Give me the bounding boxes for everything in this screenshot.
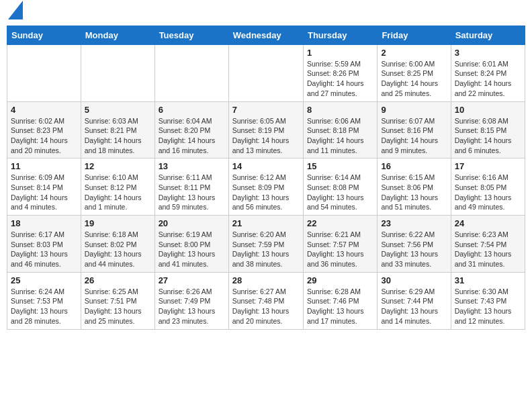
day-number: 7 <box>232 105 300 115</box>
day-number: 22 <box>307 218 373 228</box>
calendar-cell: 16Sunrise: 6:15 AMSunset: 8:06 PMDayligh… <box>378 158 451 216</box>
day-info: Sunrise: 6:12 AMSunset: 8:09 PMDaylight:… <box>232 173 300 212</box>
day-number: 11 <box>11 161 77 171</box>
calendar-cell <box>228 44 303 101</box>
day-number: 17 <box>455 161 521 171</box>
calendar-cell: 7Sunrise: 6:05 AMSunset: 8:19 PMDaylight… <box>228 101 303 158</box>
calendar-cell: 8Sunrise: 6:06 AMSunset: 8:18 PMDaylight… <box>303 101 377 158</box>
calendar-cell: 31Sunrise: 6:30 AMSunset: 7:43 PMDayligh… <box>451 272 525 329</box>
day-info: Sunrise: 6:26 AMSunset: 7:49 PMDaylight:… <box>159 287 225 326</box>
day-info: Sunrise: 6:10 AMSunset: 8:12 PMDaylight:… <box>85 173 151 212</box>
day-number: 30 <box>381 275 447 285</box>
calendar-cell: 1Sunrise: 5:59 AMSunset: 8:26 PMDaylight… <box>303 44 377 101</box>
day-info: Sunrise: 6:22 AMSunset: 7:56 PMDaylight:… <box>381 230 447 269</box>
calendar-week-2: 4Sunrise: 6:02 AMSunset: 8:23 PMDaylight… <box>7 101 525 158</box>
day-number: 10 <box>455 105 521 115</box>
calendar-cell: 30Sunrise: 6:29 AMSunset: 7:44 PMDayligh… <box>378 272 451 329</box>
day-info: Sunrise: 6:06 AMSunset: 8:18 PMDaylight:… <box>307 116 373 156</box>
day-number: 14 <box>232 161 300 171</box>
day-info: Sunrise: 6:09 AMSunset: 8:14 PMDaylight:… <box>11 173 77 212</box>
day-number: 6 <box>159 105 225 115</box>
calendar-cell: 21Sunrise: 6:20 AMSunset: 7:59 PMDayligh… <box>228 216 303 273</box>
calendar-week-5: 25Sunrise: 6:24 AMSunset: 7:53 PMDayligh… <box>7 272 525 329</box>
calendar-cell: 19Sunrise: 6:18 AMSunset: 8:02 PMDayligh… <box>81 216 154 273</box>
calendar-header-row: SundayMondayTuesdayWednesdayThursdayFrid… <box>7 26 525 44</box>
calendar-cell: 25Sunrise: 6:24 AMSunset: 7:53 PMDayligh… <box>7 272 81 329</box>
day-number: 27 <box>159 275 225 285</box>
day-number: 3 <box>455 48 521 58</box>
day-info: Sunrise: 6:20 AMSunset: 7:59 PMDaylight:… <box>232 230 300 269</box>
calendar-cell <box>154 44 228 101</box>
day-number: 26 <box>85 275 151 285</box>
day-number: 24 <box>455 218 521 228</box>
day-info: Sunrise: 6:28 AMSunset: 7:46 PMDaylight:… <box>307 287 373 326</box>
calendar-cell: 13Sunrise: 6:11 AMSunset: 8:11 PMDayligh… <box>154 158 228 216</box>
calendar-cell: 26Sunrise: 6:25 AMSunset: 7:51 PMDayligh… <box>81 272 154 329</box>
day-number: 23 <box>381 218 447 228</box>
day-info: Sunrise: 6:07 AMSunset: 8:16 PMDaylight:… <box>381 116 447 156</box>
calendar-cell: 27Sunrise: 6:26 AMSunset: 7:49 PMDayligh… <box>154 272 228 329</box>
day-info: Sunrise: 6:21 AMSunset: 7:57 PMDaylight:… <box>307 230 373 269</box>
calendar-week-1: 1Sunrise: 5:59 AMSunset: 8:26 PMDaylight… <box>7 44 525 101</box>
day-info: Sunrise: 6:02 AMSunset: 8:23 PMDaylight:… <box>11 116 77 156</box>
calendar-cell: 9Sunrise: 6:07 AMSunset: 8:16 PMDaylight… <box>378 101 451 158</box>
day-number: 19 <box>85 218 151 228</box>
day-number: 29 <box>307 275 373 285</box>
day-info: Sunrise: 6:14 AMSunset: 8:08 PMDaylight:… <box>307 173 373 212</box>
page-header <box>7 7 525 20</box>
day-number: 28 <box>232 275 300 285</box>
day-info: Sunrise: 6:25 AMSunset: 7:51 PMDaylight:… <box>85 287 151 326</box>
day-info: Sunrise: 6:17 AMSunset: 8:03 PMDaylight:… <box>11 230 77 269</box>
day-number: 18 <box>11 218 77 228</box>
day-info: Sunrise: 6:04 AMSunset: 8:20 PMDaylight:… <box>159 116 225 156</box>
day-number: 13 <box>159 161 225 171</box>
day-info: Sunrise: 6:16 AMSunset: 8:05 PMDaylight:… <box>455 173 521 212</box>
calendar-cell: 3Sunrise: 6:01 AMSunset: 8:24 PMDaylight… <box>451 44 525 101</box>
day-number: 9 <box>381 105 447 115</box>
day-info: Sunrise: 6:24 AMSunset: 7:53 PMDaylight:… <box>11 287 77 326</box>
header-sunday: Sunday <box>7 26 81 44</box>
day-number: 2 <box>381 48 447 58</box>
day-info: Sunrise: 6:29 AMSunset: 7:44 PMDaylight:… <box>381 287 447 326</box>
day-info: Sunrise: 6:05 AMSunset: 8:19 PMDaylight:… <box>232 116 300 156</box>
day-info: Sunrise: 6:15 AMSunset: 8:06 PMDaylight:… <box>381 173 447 212</box>
day-number: 4 <box>11 105 77 115</box>
day-info: Sunrise: 6:01 AMSunset: 8:24 PMDaylight:… <box>455 59 521 99</box>
calendar-cell: 23Sunrise: 6:22 AMSunset: 7:56 PMDayligh… <box>378 216 451 273</box>
calendar-cell: 22Sunrise: 6:21 AMSunset: 7:57 PMDayligh… <box>303 216 377 273</box>
calendar-cell: 14Sunrise: 6:12 AMSunset: 8:09 PMDayligh… <box>228 158 303 216</box>
day-info: Sunrise: 6:18 AMSunset: 8:02 PMDaylight:… <box>85 230 151 269</box>
day-number: 25 <box>11 275 77 285</box>
calendar-cell: 10Sunrise: 6:08 AMSunset: 8:15 PMDayligh… <box>451 101 525 158</box>
day-number: 1 <box>307 48 373 58</box>
day-info: Sunrise: 5:59 AMSunset: 8:26 PMDaylight:… <box>307 59 373 99</box>
day-number: 15 <box>307 161 373 171</box>
day-info: Sunrise: 6:27 AMSunset: 7:48 PMDaylight:… <box>232 287 300 326</box>
logo <box>7 7 23 20</box>
calendar-cell: 20Sunrise: 6:19 AMSunset: 8:00 PMDayligh… <box>154 216 228 273</box>
calendar-week-4: 18Sunrise: 6:17 AMSunset: 8:03 PMDayligh… <box>7 216 525 273</box>
day-number: 5 <box>85 105 151 115</box>
day-number: 8 <box>307 105 373 115</box>
day-info: Sunrise: 6:08 AMSunset: 8:15 PMDaylight:… <box>455 116 521 156</box>
calendar-cell: 28Sunrise: 6:27 AMSunset: 7:48 PMDayligh… <box>228 272 303 329</box>
calendar-cell: 12Sunrise: 6:10 AMSunset: 8:12 PMDayligh… <box>81 158 154 216</box>
calendar-table: SundayMondayTuesdayWednesdayThursdayFrid… <box>7 26 525 330</box>
day-number: 31 <box>455 275 521 285</box>
day-info: Sunrise: 6:03 AMSunset: 8:21 PMDaylight:… <box>85 116 151 156</box>
calendar-cell: 2Sunrise: 6:00 AMSunset: 8:25 PMDaylight… <box>378 44 451 101</box>
calendar-cell: 18Sunrise: 6:17 AMSunset: 8:03 PMDayligh… <box>7 216 81 273</box>
calendar-cell: 5Sunrise: 6:03 AMSunset: 8:21 PMDaylight… <box>81 101 154 158</box>
header-thursday: Thursday <box>303 26 377 44</box>
calendar-cell: 4Sunrise: 6:02 AMSunset: 8:23 PMDaylight… <box>7 101 81 158</box>
header-friday: Friday <box>378 26 451 44</box>
calendar-cell: 6Sunrise: 6:04 AMSunset: 8:20 PMDaylight… <box>154 101 228 158</box>
day-info: Sunrise: 6:11 AMSunset: 8:11 PMDaylight:… <box>159 173 225 212</box>
svg-marker-0 <box>8 1 23 19</box>
day-info: Sunrise: 6:30 AMSunset: 7:43 PMDaylight:… <box>455 287 521 326</box>
calendar-cell <box>81 44 154 101</box>
header-monday: Monday <box>81 26 154 44</box>
day-info: Sunrise: 6:23 AMSunset: 7:54 PMDaylight:… <box>455 230 521 269</box>
calendar-cell <box>7 44 81 101</box>
header-saturday: Saturday <box>451 26 525 44</box>
